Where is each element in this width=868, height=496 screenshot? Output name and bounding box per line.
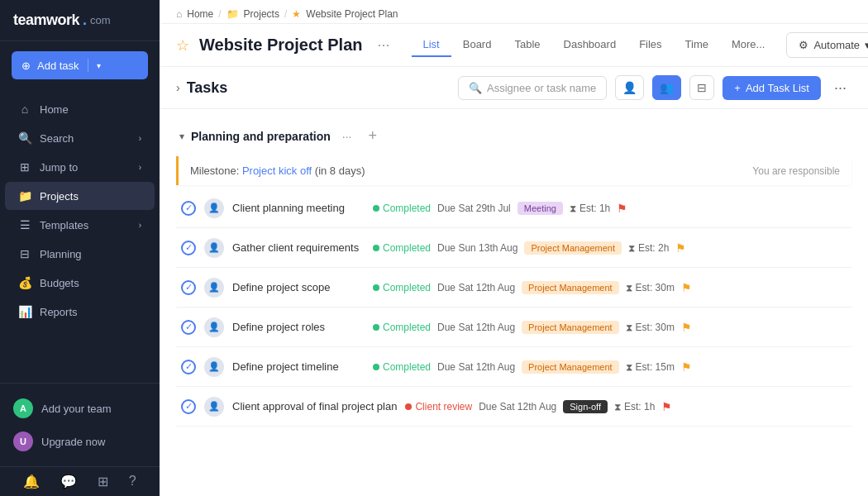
automate-button[interactable]: ⚙ Automate ▾ [786,32,868,58]
breadcrumb-projects[interactable]: Projects [244,8,279,20]
favorite-star-icon[interactable]: ☆ [176,36,189,55]
search-tasks[interactable]: 🔍 Assignee or task name [458,76,607,100]
tab-table[interactable]: Table [503,33,551,57]
tag-badge[interactable]: Project Management [524,241,622,255]
flag-icon[interactable]: ⚑ [681,360,692,374]
tag-badge[interactable]: Project Management [522,281,619,294]
task-checkbox[interactable]: ✓ [181,201,196,216]
group-menu-button[interactable]: ··· [337,128,357,145]
flag-icon[interactable]: ⚑ [681,281,692,294]
sidebar-item-search[interactable]: 🔍 Search › [5,124,155,152]
breadcrumb-sep-1: / [218,8,221,20]
add-team-label: Add your team [41,403,112,415]
add-task-button[interactable]: ⊕ Add task ▾ [12,51,148,79]
plus-icon: + [734,82,741,94]
folder-breadcrumb-icon: 📁 [227,8,239,20]
group-filter-button[interactable]: 👥 [652,75,681,100]
add-team-item[interactable]: A Add your team [0,392,160,425]
filter-button[interactable]: ⊟ [689,75,714,100]
breadcrumb-home[interactable]: Home [187,8,213,20]
task-name[interactable]: Define project scope [232,281,365,293]
task-name[interactable]: Define project roles [232,321,365,333]
sidebar-item-planning[interactable]: ⊟ Planning [5,240,155,268]
grid-icon[interactable]: ⊞ [98,474,108,489]
more-options-button[interactable]: ··· [829,76,851,100]
sidebar-nav: ⌂ Home 🔍 Search › ⊞ Jump to › 📁 Projects… [0,89,160,383]
task-name[interactable]: Define project timeline [232,360,365,373]
tab-dashboard[interactable]: Dashboard [552,33,628,57]
planning-icon: ⊟ [18,247,31,260]
sidebar-item-jump[interactable]: ⊞ Jump to › [5,153,155,181]
sidebar-item-label: Templates [40,219,88,231]
tab-time[interactable]: Time [674,33,720,57]
group-add-button[interactable]: + [363,126,382,146]
task-checkbox[interactable]: ✓ [181,360,196,374]
sidebar-bottom: A Add your team U Upgrade now [0,383,160,466]
flag-icon[interactable]: ⚑ [661,400,672,413]
search-placeholder: Assignee or task name [487,82,596,94]
chevron-right-icon: › [139,221,141,230]
assignee-filter-button[interactable]: 👤 [615,75,644,100]
table-row: ✓ 👤 Gather client requirements Completed… [176,228,851,268]
tab-list[interactable]: List [412,33,451,57]
expand-icon[interactable]: › [176,81,180,94]
flag-icon[interactable]: ⚑ [675,241,686,255]
status-badge: Completed [373,242,431,254]
budgets-icon: 💰 [18,276,31,289]
tag-badge[interactable]: Sign-off [563,400,608,413]
add-task-list-button[interactable]: + Add Task List [723,76,821,100]
sidebar-item-reports[interactable]: 📊 Reports [5,298,155,326]
est-time: ⧗ Est: 30m [626,282,675,293]
flag-icon[interactable]: ⚑ [617,202,627,215]
flag-icon[interactable]: ⚑ [681,321,692,334]
breadcrumb-sep-2: / [284,8,287,20]
automate-label: Automate [813,39,860,51]
task-name[interactable]: Client planning meeting [232,202,365,214]
task-checkbox[interactable]: ✓ [181,241,196,255]
page-menu-button[interactable]: ··· [372,35,394,55]
tag-badge[interactable]: Meeting [517,202,563,215]
tab-files[interactable]: Files [627,33,673,57]
chevron-down-icon: ▾ [865,39,868,51]
breadcrumb-current[interactable]: Website Project Plan [306,8,398,20]
star-icon: ★ [292,8,301,20]
upgrade-item[interactable]: U Upgrade now [0,425,160,458]
task-checkbox[interactable]: ✓ [181,280,196,295]
tab-more-label: More... [732,38,765,50]
jump-icon: ⊞ [18,160,31,174]
tag-badge[interactable]: Project Management [522,321,619,334]
search-icon: 🔍 [18,131,31,145]
due-date: Due Sat 12th Aug [479,401,556,413]
bell-icon[interactable]: 🔔 [23,474,40,489]
tab-table-label: Table [514,38,540,50]
est-time: ⧗ Est: 30m [626,322,675,333]
status-dot [373,324,379,331]
task-checkbox[interactable]: ✓ [181,399,196,414]
task-name[interactable]: Client approval of final project plan [232,400,397,413]
status-badge: Completed [373,203,431,214]
sidebar-item-label: Reports [40,306,78,318]
breadcrumb: ⌂ Home / 📁 Projects / ★ Website Project … [160,0,868,24]
tag-badge[interactable]: Project Management [522,360,619,374]
task-checkbox[interactable]: ✓ [181,320,196,335]
tab-board-label: Board [463,38,492,50]
sidebar-item-budgets[interactable]: 💰 Budgets [5,269,155,297]
task-meta: Completed Due Sat 12th Aug Project Manag… [373,360,847,374]
sidebar-item-projects[interactable]: 📁 Projects [5,182,155,210]
help-icon[interactable]: ? [129,474,136,489]
templates-icon: ☰ [18,218,31,231]
est-time: ⧗ Est: 1h [614,401,655,413]
chat-icon[interactable]: 💬 [60,474,77,489]
milestone-link[interactable]: Project kick off [242,165,312,177]
collapse-icon[interactable]: ▾ [179,131,184,142]
logo: teamwork . com [0,0,160,41]
task-name[interactable]: Gather client requirements [232,241,365,254]
sidebar-item-home[interactable]: ⌂ Home [5,95,155,123]
group-title: Planning and preparation [191,130,331,143]
tab-board[interactable]: Board [451,33,503,57]
task-assignee-avatar: 👤 [204,357,224,377]
tab-more[interactable]: More... [720,33,776,57]
sidebar-item-templates[interactable]: ☰ Templates › [5,211,155,239]
tasks-title-row: › Tasks [176,79,450,97]
table-row: ✓ 👤 Define project timeline Completed Du… [176,347,851,387]
